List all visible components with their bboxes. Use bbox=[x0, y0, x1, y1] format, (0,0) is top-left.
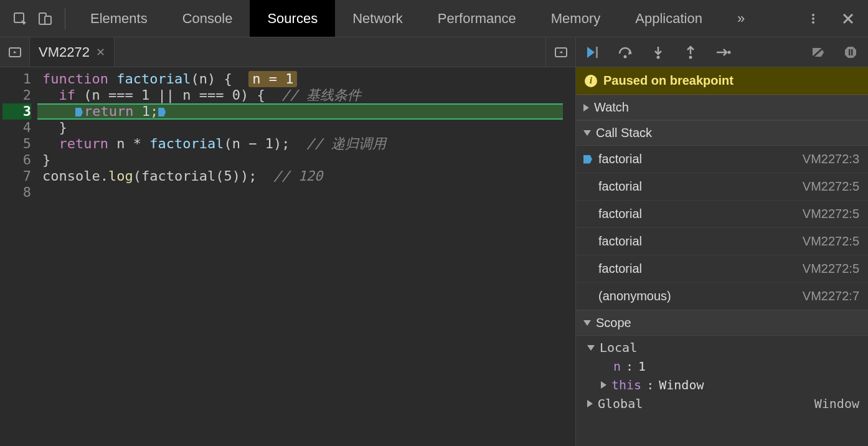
code-line: if (n === 1 || n === 0) { // 基线条件 bbox=[42, 87, 570, 103]
svg-rect-2 bbox=[45, 16, 51, 24]
line-number[interactable]: 8 bbox=[2, 184, 31, 201]
scope-local-header[interactable]: Local bbox=[587, 338, 859, 357]
tab-application[interactable]: Application bbox=[618, 0, 720, 37]
code-line: console.log(factorial(5)); // 120 bbox=[42, 168, 570, 184]
section-title: Watch bbox=[594, 100, 629, 115]
section-title: Call Stack bbox=[596, 126, 652, 140]
code-line: } bbox=[42, 120, 570, 136]
svg-point-5 bbox=[812, 21, 814, 24]
step-over-icon[interactable] bbox=[617, 45, 634, 59]
scope-label: Global bbox=[598, 394, 643, 413]
svg-point-11 bbox=[689, 55, 692, 59]
settings-icon[interactable] bbox=[801, 6, 826, 31]
svg-point-3 bbox=[812, 14, 814, 16]
var-name: this bbox=[611, 376, 641, 394]
disclosure-triangle-icon bbox=[583, 104, 589, 112]
callstack-list: factorialVM2272:3factorialVM2272:5factor… bbox=[576, 146, 868, 310]
code-editor[interactable]: 1 2 3 4 5 6 7 8 function factorial(n) { … bbox=[0, 67, 575, 446]
line-number[interactable]: 7 bbox=[2, 168, 31, 184]
step-into-icon[interactable] bbox=[649, 45, 667, 59]
step-out-icon[interactable] bbox=[682, 45, 699, 59]
tab-elements[interactable]: Elements bbox=[73, 0, 165, 37]
frame-location: VM2272:5 bbox=[803, 262, 859, 276]
devtools-toolbar: Elements Console Sources Network Perform… bbox=[0, 0, 868, 37]
frame-location: VM2272:5 bbox=[803, 179, 859, 194]
deactivate-breakpoints-icon[interactable] bbox=[809, 45, 827, 59]
debugger-pane-toggle-icon[interactable] bbox=[545, 37, 575, 67]
panel-tabs: Elements Console Sources Network Perform… bbox=[73, 0, 801, 37]
svg-rect-14 bbox=[851, 49, 853, 55]
execution-marker-icon bbox=[75, 108, 83, 116]
section-title: Scope bbox=[596, 316, 631, 330]
scope-variable[interactable]: n: 1 bbox=[601, 357, 859, 376]
frame-location: VM2272:7 bbox=[803, 289, 859, 303]
var-value: Window bbox=[659, 376, 704, 394]
scope-label: Local bbox=[600, 338, 637, 357]
resume-icon[interactable] bbox=[585, 45, 602, 59]
scope-global-header[interactable]: Global Window bbox=[587, 394, 859, 413]
frame-name: factorial bbox=[598, 207, 642, 221]
inline-value-hint: n = 1 bbox=[248, 71, 297, 87]
code-lines: function factorial(n) { n = 1 if (n === … bbox=[37, 67, 575, 446]
execution-marker-icon bbox=[158, 108, 166, 116]
device-toolbar-icon[interactable] bbox=[32, 6, 57, 31]
callstack-frame[interactable]: factorialVM2272:5 bbox=[576, 228, 868, 255]
editor-panel: VM2272 ✕ 1 2 3 4 5 6 7 8 function factor… bbox=[0, 37, 576, 446]
line-number[interactable]: 5 bbox=[2, 136, 31, 152]
file-tabbar: VM2272 ✕ bbox=[0, 37, 575, 67]
debugger-toolbar bbox=[576, 37, 868, 67]
navigator-toggle-icon[interactable] bbox=[0, 37, 30, 67]
svg-point-10 bbox=[657, 55, 660, 59]
frame-name: (anonymous) bbox=[598, 289, 671, 303]
file-tab-vm2272[interactable]: VM2272 ✕ bbox=[30, 37, 115, 67]
disclosure-triangle-icon bbox=[587, 400, 593, 407]
separator bbox=[65, 7, 65, 30]
close-file-icon[interactable]: ✕ bbox=[96, 45, 105, 59]
pause-banner: i Paused on breakpoint bbox=[576, 67, 868, 95]
tab-network[interactable]: Network bbox=[335, 0, 420, 37]
callstack-frame[interactable]: factorialVM2272:5 bbox=[576, 255, 868, 283]
pause-on-exceptions-icon[interactable] bbox=[842, 45, 859, 59]
tab-more[interactable]: » bbox=[720, 0, 762, 37]
line-gutter[interactable]: 1 2 3 4 5 6 7 8 bbox=[0, 67, 37, 446]
scope-value: Window bbox=[814, 394, 859, 413]
watch-section-header[interactable]: Watch bbox=[576, 95, 868, 120]
close-icon[interactable] bbox=[836, 6, 861, 31]
svg-rect-8 bbox=[596, 47, 598, 58]
disclosure-triangle-icon bbox=[601, 381, 606, 389]
disclosure-triangle-icon bbox=[587, 345, 595, 351]
callstack-frame[interactable]: factorialVM2272:5 bbox=[576, 201, 868, 228]
svg-point-4 bbox=[812, 17, 814, 20]
line-number[interactable]: 2 bbox=[2, 87, 31, 103]
info-icon: i bbox=[585, 75, 597, 87]
line-number[interactable]: 6 bbox=[2, 152, 31, 168]
tab-sources[interactable]: Sources bbox=[250, 0, 335, 37]
breakpoint-line-number[interactable]: 3 bbox=[2, 103, 31, 120]
disclosure-triangle-icon bbox=[583, 320, 591, 326]
callstack-section-header[interactable]: Call Stack bbox=[576, 120, 868, 146]
svg-point-9 bbox=[624, 55, 627, 58]
scope-variable[interactable]: this: Window bbox=[601, 376, 859, 394]
callstack-frame[interactable]: factorialVM2272:5 bbox=[576, 173, 868, 201]
tab-performance[interactable]: Performance bbox=[420, 0, 534, 37]
line-number[interactable]: 1 bbox=[2, 71, 31, 87]
callstack-frame[interactable]: factorialVM2272:3 bbox=[576, 146, 868, 173]
frame-location: VM2272:3 bbox=[803, 152, 859, 166]
step-icon[interactable] bbox=[714, 45, 732, 59]
code-line: return 1; bbox=[42, 103, 570, 120]
callstack-frame[interactable]: (anonymous)VM2272:7 bbox=[576, 283, 868, 310]
code-line: } bbox=[42, 152, 570, 168]
colon: : bbox=[626, 357, 633, 376]
svg-point-12 bbox=[728, 50, 731, 54]
line-number[interactable]: 4 bbox=[2, 120, 31, 136]
inspect-element-icon[interactable] bbox=[7, 6, 32, 31]
frame-location: VM2272:5 bbox=[803, 234, 859, 249]
svg-rect-13 bbox=[849, 49, 851, 55]
frame-name: factorial bbox=[598, 262, 642, 276]
file-tab-label: VM2272 bbox=[39, 44, 90, 60]
tab-memory[interactable]: Memory bbox=[534, 0, 618, 37]
frame-name: factorial bbox=[598, 152, 642, 166]
tab-console[interactable]: Console bbox=[165, 0, 250, 37]
scope-section-header[interactable]: Scope bbox=[576, 310, 868, 336]
debugger-panel: i Paused on breakpoint Watch Call Stack … bbox=[576, 37, 868, 446]
